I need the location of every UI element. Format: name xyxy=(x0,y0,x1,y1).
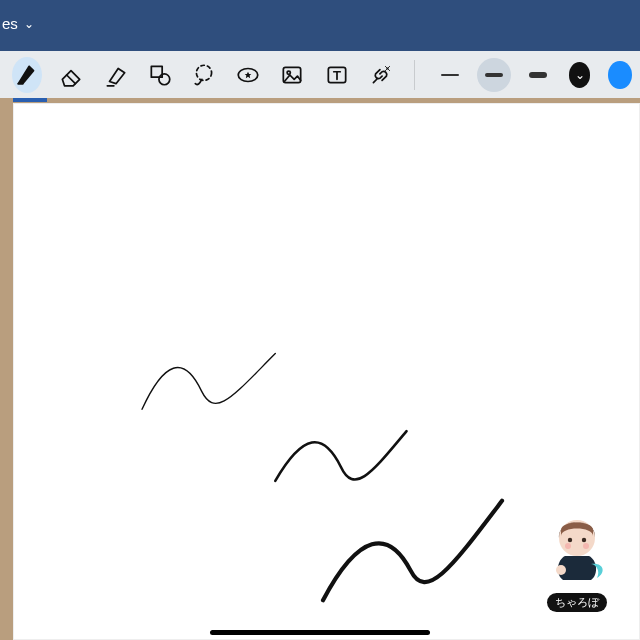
stroke-2 xyxy=(275,431,406,481)
text-icon xyxy=(324,62,350,88)
chevron-down-icon: ⌄ xyxy=(575,68,585,82)
stroke-3 xyxy=(323,501,502,600)
pen-icon xyxy=(14,62,40,88)
svg-point-2 xyxy=(196,65,211,80)
color-picker-toggle[interactable]: ⌄ xyxy=(569,62,591,88)
stroke-thick[interactable] xyxy=(521,58,555,92)
image-icon xyxy=(279,62,305,88)
svg-point-9 xyxy=(568,538,572,542)
shape-tool[interactable] xyxy=(145,57,175,93)
stroke-thin-icon xyxy=(441,74,459,76)
page-scroll-indicator xyxy=(13,98,47,102)
svg-point-11 xyxy=(565,543,571,549)
toolbar-separator xyxy=(414,60,415,90)
stroke-medium[interactable] xyxy=(477,58,511,92)
eraser-tool[interactable] xyxy=(56,57,86,93)
svg-point-13 xyxy=(556,565,566,575)
toolbar: ⌄ xyxy=(0,51,640,98)
favorites-tool[interactable] xyxy=(233,57,263,93)
home-indicator[interactable] xyxy=(210,630,430,635)
app-root: es ⌄ xyxy=(0,0,640,640)
avatar-widget[interactable]: ちゃろぼ xyxy=(532,508,622,612)
document-title[interactable]: es xyxy=(2,15,18,32)
stroke-medium-icon xyxy=(485,73,503,77)
avatar-icon xyxy=(537,508,617,588)
stroke-thin[interactable] xyxy=(433,58,467,92)
svg-point-12 xyxy=(583,543,589,549)
stroke-1 xyxy=(142,354,275,410)
text-tool[interactable] xyxy=(321,57,351,93)
pen-tool[interactable] xyxy=(12,57,42,93)
svg-point-10 xyxy=(582,538,586,542)
title-bar: es ⌄ xyxy=(0,0,640,51)
link-icon xyxy=(368,62,394,88)
title-dropdown-icon[interactable]: ⌄ xyxy=(24,17,34,31)
highlighter-icon xyxy=(103,62,129,88)
stroke-thick-icon xyxy=(529,72,547,78)
lasso-tool[interactable] xyxy=(189,57,219,93)
current-color-swatch[interactable] xyxy=(608,61,632,89)
link-tool[interactable] xyxy=(366,57,396,93)
page-area: ちゃろぼ xyxy=(0,98,640,640)
lasso-icon xyxy=(191,62,217,88)
shape-icon xyxy=(147,62,173,88)
favorites-icon xyxy=(235,62,261,88)
image-tool[interactable] xyxy=(277,57,307,93)
stroke-width-group xyxy=(433,58,555,92)
eraser-icon xyxy=(58,62,84,88)
svg-point-5 xyxy=(287,71,290,74)
svg-point-1 xyxy=(159,73,170,84)
avatar-name: ちゃろぼ xyxy=(547,593,607,612)
canvas[interactable]: ちゃろぼ xyxy=(13,103,640,640)
highlighter-tool[interactable] xyxy=(100,57,130,93)
